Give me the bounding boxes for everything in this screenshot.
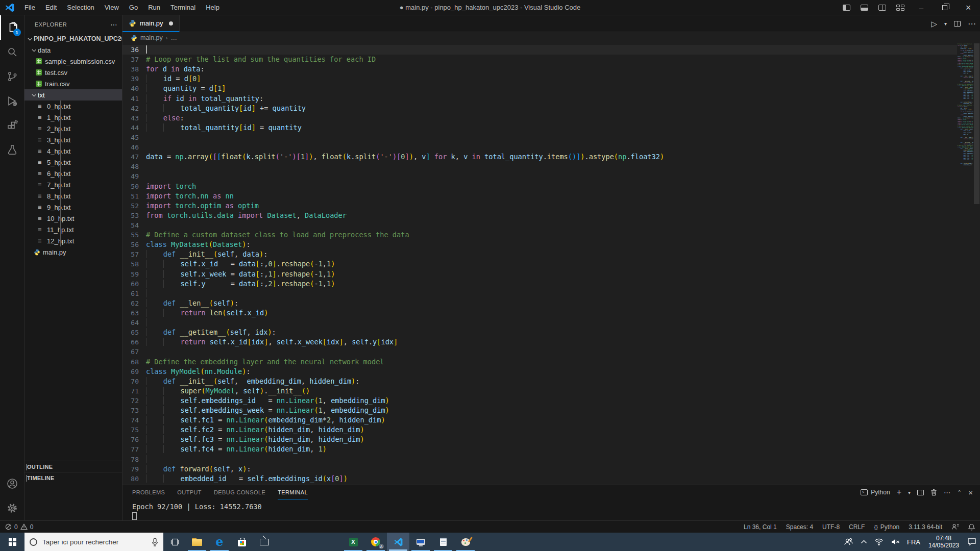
outline-section[interactable]: OUTLINE [24,461,122,472]
tree-item-3-hp-txt[interactable]: ≡3_hp.txt [24,134,122,145]
menu-run[interactable]: Run [143,2,165,13]
explorer-more-actions-icon[interactable]: ⋯ [110,20,118,29]
tree-item-12-hp-txt[interactable]: ≡12_hp.txt [24,235,122,246]
menu-selection[interactable]: Selection [62,2,99,13]
code-line-57[interactable]: 57 def __init__(self, data): [122,249,957,259]
code-line-50[interactable]: 50import torch [122,182,957,191]
code-line-64[interactable]: 64 [122,318,957,328]
breadcrumb[interactable]: main.py › … [122,32,980,43]
tree-item-txt[interactable]: txt [24,89,122,101]
code-line-74[interactable]: 74 self.fc1 = nn.Linear(embedding_dim*2,… [122,415,957,425]
panel-more-actions-icon[interactable]: ⋯ [944,489,950,496]
code-line-44[interactable]: 44 total_quantity[id] = quantity [122,123,957,133]
code-line-77[interactable]: 77 self.fc4 = nn.Linear(hidden_dim, 1) [122,444,957,454]
edge-button[interactable]: e [208,533,231,551]
code-line-78[interactable]: 78 [122,455,957,464]
code-line-80[interactable]: 80 embedded_id = self.embeddings_id(x[0]… [122,474,957,484]
status-crlf[interactable]: CRLF [849,523,865,531]
code-line-43[interactable]: 43 else: [122,113,957,123]
status-3-11-3-64-bit[interactable]: 3.11.3 64-bit [909,523,942,531]
editor-scrollbar[interactable] [973,43,980,485]
language-indicator[interactable]: FRA [903,533,924,551]
code-line-48[interactable]: 48 [122,162,957,171]
timeline-section[interactable]: TIMELINE [24,472,122,483]
tree-item-2-hp-txt[interactable]: ≡2_hp.txt [24,123,122,134]
run-debug-icon[interactable] [0,89,24,113]
tree-item-test-csv[interactable]: test.csv [24,67,122,78]
action-center-button[interactable] [964,533,980,551]
code-line-75[interactable]: 75 self.fc2 = nn.Linear(hidden_dim, hidd… [122,425,957,435]
code-line-47[interactable]: 47data = np.array([[float(k.split('-')[1… [122,152,957,162]
maximize-panel-icon[interactable]: ⌃ [957,489,962,496]
start-button[interactable] [0,533,24,551]
tree-item-7-hp-txt[interactable]: ≡7_hp.txt [24,179,122,190]
code-line-52[interactable]: 52import torch.optim as optim [122,201,957,211]
customize-layout-icon[interactable] [896,5,904,11]
close-button[interactable]: × [957,0,980,15]
clock[interactable]: 07:48 14/05/2023 [924,533,964,551]
minimize-button[interactable]: – [910,0,933,15]
tree-item-9-hp-txt[interactable]: ≡9_hp.txt [24,202,122,213]
code-line-58[interactable]: 58 self.x_id = data[:,0].reshape(-1,1) [122,259,957,269]
taskbar-search[interactable]: Taper ici pour rechercher [24,533,163,551]
tree-item-data[interactable]: data [24,44,122,56]
excel-button[interactable]: X [342,533,364,551]
code-line-76[interactable]: 76 self.fc3 = nn.Linear(hidden_dim, hidd… [122,435,957,444]
status-utf-8[interactable]: UTF-8 [822,523,840,531]
people-tray-button[interactable] [840,533,857,551]
code-line-79[interactable]: 79 def forward(self, x): [122,464,957,474]
code-line-61[interactable]: 61 [122,289,957,298]
code-line-65[interactable]: 65 def __getitem__(self, idx): [122,328,957,337]
kill-terminal-trash-icon[interactable] [930,489,937,496]
editor-more-actions-icon[interactable]: ⋯ [968,19,976,29]
new-terminal-icon[interactable]: + [897,488,901,497]
tree-item-main-py[interactable]: main.py [24,246,122,258]
explorer-icon[interactable]: 1 [0,15,24,40]
run-python-file-icon[interactable]: ▷ [931,19,937,29]
code-line-49[interactable]: 49 [122,171,957,181]
status-ln-36-col-1[interactable]: Ln 36, Col 1 [744,523,777,531]
panel-tab-terminal[interactable]: TERMINAL [278,485,308,499]
tree-item-pinpo-hp-hakaton-upc2023[interactable]: PINPO_HP_HAKATON_UPC2023 [24,33,122,44]
vscode-button[interactable] [387,533,409,551]
settings-gear-icon[interactable] [0,496,24,520]
microphone-icon[interactable] [152,538,158,546]
run-dropdown-icon[interactable]: ▾ [944,21,947,27]
code-line-69[interactable]: 69class MyModel(nn.Module): [122,367,957,377]
menu-edit[interactable]: Edit [41,2,61,13]
tree-item-5-hp-txt[interactable]: ≡5_hp.txt [24,157,122,168]
mail-button[interactable] [253,533,276,551]
tree-item-train-csv[interactable]: train.csv [24,78,122,89]
code-line-41[interactable]: 41 if id in total_quantity: [122,94,957,104]
code-line-55[interactable]: 55# Define a custom dataset class to loa… [122,230,957,240]
restore-button[interactable] [933,0,957,15]
code-line-62[interactable]: 62 def __len__(self): [122,298,957,308]
panel-tab-problems[interactable]: PROBLEMS [132,485,165,499]
code-line-68[interactable]: 68# Define the embedding layer and the n… [122,357,957,367]
volume-tray-button[interactable] [887,533,903,551]
extensions-icon[interactable] [0,113,24,138]
status-spaces-4[interactable]: Spaces: 4 [786,523,813,531]
code-line-39[interactable]: 39 id = d[0] [122,74,957,84]
problems-status[interactable]: 0 0 [5,523,33,531]
tree-item-10-hp-txt[interactable]: ≡10_hp.txt [24,213,122,224]
split-editor-icon[interactable] [954,21,961,27]
menu-file[interactable]: File [20,2,40,13]
tree-item-4-hp-txt[interactable]: ≡4_hp.txt [24,145,122,157]
menu-help[interactable]: Help [201,2,224,13]
show-hidden-icons-button[interactable] [857,533,871,551]
toggle-sidebar-icon[interactable] [843,5,850,11]
status-python[interactable]: {}Python [874,523,899,531]
code-line-37[interactable]: 37# Loop over the list and sum the quant… [122,55,957,64]
tree-item-6-hp-txt[interactable]: ≡6_hp.txt [24,168,122,179]
code-line-71[interactable]: 71 super(MyModel, self).__init__() [122,386,957,396]
code-line-66[interactable]: 66 return self.x_id[idx], self.x_week[id… [122,337,957,347]
store-button[interactable] [231,533,253,551]
search-icon[interactable] [0,40,24,64]
code-line-38[interactable]: 38for d in data: [122,64,957,74]
panel-tab-debug-console[interactable]: DEBUG CONSOLE [214,485,265,499]
testing-icon[interactable] [0,138,24,162]
code-line-45[interactable]: 45 [122,133,957,142]
code-line-51[interactable]: 51import torch.nn as nn [122,191,957,201]
wifi-tray-button[interactable] [871,533,887,551]
